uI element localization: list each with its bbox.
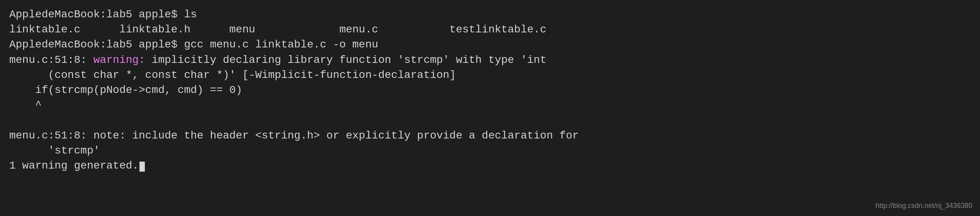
note-location: menu.c:51:8: <box>9 130 93 142</box>
note-continuation: 'strcmp' <box>9 145 100 157</box>
terminal-line-3: AppledeMacBook:lab5 apple$ gcc menu.c li… <box>9 37 971 52</box>
cursor <box>139 162 145 172</box>
caret-line: ^ <box>9 99 42 111</box>
warning-location: menu.c:51:8: <box>9 54 93 66</box>
terminal-window: AppledeMacBook:lab5 apple$ ls linktable.… <box>0 0 980 216</box>
note-label: note: <box>93 130 126 142</box>
warning-message: implicitly declaring library function 's… <box>145 54 547 66</box>
terminal-line-4: menu.c:51:8: warning: implicitly declari… <box>9 52 971 68</box>
terminal-line-9: menu.c:51:8: note: include the header <s… <box>9 128 971 143</box>
prompt-2: AppledeMacBook:lab5 apple$ gcc menu.c li… <box>9 39 378 51</box>
terminal-line-5: (const char *, const char *)' [-Wimplici… <box>9 68 971 83</box>
code-line: if(strcmp(pNode->cmd, cmd) == 0) <box>9 84 242 96</box>
warning-label: warning: <box>93 54 145 66</box>
note-message: include the header <string.h> or explici… <box>126 130 579 142</box>
terminal-line-11: 1 warning generated. <box>9 158 971 173</box>
terminal-line-8 <box>9 113 971 128</box>
terminal-line-6: if(strcmp(pNode->cmd, cmd) == 0) <box>9 83 971 98</box>
watermark: http://blog.csdn.net/nj_3436380 <box>876 201 972 211</box>
warning-count: 1 warning generated. <box>9 160 139 172</box>
warning-continuation: (const char *, const char *)' [-Wimplici… <box>9 69 456 81</box>
terminal-line-10: 'strcmp' <box>9 143 971 158</box>
terminal-line-2: linktable.c linktable.h menu menu.c test… <box>9 22 971 37</box>
terminal-line-7: ^ <box>9 98 971 113</box>
terminal-line-1: AppledeMacBook:lab5 apple$ ls <box>9 7 971 22</box>
ls-output: linktable.c linktable.h menu menu.c test… <box>9 24 547 35</box>
prompt-1: AppledeMacBook:lab5 apple$ ls <box>9 8 197 20</box>
